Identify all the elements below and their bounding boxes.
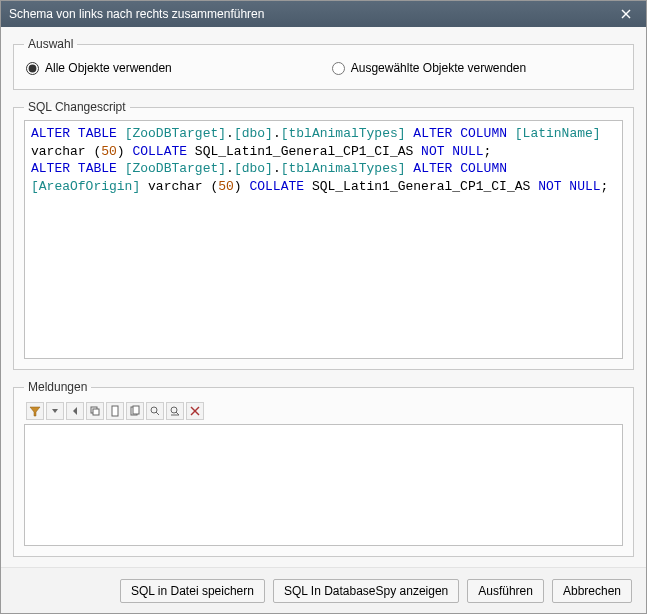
svg-marker-3 [52, 409, 58, 413]
button-row: SQL in Datei speichern SQL In DatabaseSp… [1, 567, 646, 613]
prev-icon-button[interactable] [66, 402, 84, 420]
radio-use-all[interactable]: Alle Objekte verwenden [26, 61, 172, 75]
messages-area[interactable] [24, 424, 623, 546]
messages-toolbar [24, 400, 623, 424]
close-button[interactable] [614, 4, 638, 24]
selection-group: Auswahl Alle Objekte verwenden Ausgewähl… [13, 37, 634, 90]
svg-rect-9 [133, 406, 139, 414]
doc-icon-button[interactable] [106, 402, 124, 420]
save-sql-button[interactable]: SQL in Datei speichern [120, 579, 265, 603]
svg-rect-6 [93, 409, 99, 415]
doc2-icon [129, 405, 141, 417]
doc2-icon-button[interactable] [126, 402, 144, 420]
filter-icon [29, 405, 41, 417]
radio-use-selected-label: Ausgewählte Objekte verwenden [351, 61, 526, 75]
svg-rect-7 [112, 406, 118, 416]
cancel-button[interactable]: Abbrechen [552, 579, 632, 603]
clear-icon-button[interactable] [186, 402, 204, 420]
copy-icon [89, 405, 101, 417]
close-icon [621, 9, 631, 19]
sql-editor[interactable]: ALTER TABLE [ZooDBTarget].[dbo].[tblAnim… [24, 120, 623, 359]
dropdown-icon [49, 405, 61, 417]
find2-icon-button[interactable] [166, 402, 184, 420]
prev-icon [69, 405, 81, 417]
find-icon [149, 405, 161, 417]
window-title: Schema von links nach rechts zusammenfüh… [9, 7, 614, 21]
find2-icon [169, 405, 181, 417]
svg-marker-2 [30, 407, 40, 416]
radio-use-selected[interactable]: Ausgewählte Objekte verwenden [332, 61, 526, 75]
radio-use-selected-input[interactable] [332, 62, 345, 75]
svg-marker-4 [73, 407, 77, 415]
radio-use-all-input[interactable] [26, 62, 39, 75]
titlebar: Schema von links nach rechts zusammenfüh… [1, 1, 646, 27]
messages-group: Meldungen [13, 380, 634, 557]
filter-icon-button[interactable] [26, 402, 44, 420]
sql-legend: SQL Changescript [24, 100, 130, 114]
show-in-dbspy-button[interactable]: SQL In DatabaseSpy anzeigen [273, 579, 459, 603]
dialog-body: Auswahl Alle Objekte verwenden Ausgewähl… [1, 27, 646, 567]
copy-icon-button[interactable] [86, 402, 104, 420]
doc-icon [109, 405, 121, 417]
find-icon-button[interactable] [146, 402, 164, 420]
dropdown-icon-button[interactable] [46, 402, 64, 420]
selection-legend: Auswahl [24, 37, 77, 51]
clear-icon [189, 405, 201, 417]
messages-legend: Meldungen [24, 380, 91, 394]
radio-use-all-label: Alle Objekte verwenden [45, 61, 172, 75]
dialog-window: Schema von links nach rechts zusammenfüh… [0, 0, 647, 614]
selection-radio-row: Alle Objekte verwenden Ausgewählte Objek… [24, 57, 623, 79]
svg-line-11 [156, 412, 159, 415]
execute-button[interactable]: Ausführen [467, 579, 544, 603]
sql-changescript-group: SQL Changescript ALTER TABLE [ZooDBTarge… [13, 100, 634, 370]
